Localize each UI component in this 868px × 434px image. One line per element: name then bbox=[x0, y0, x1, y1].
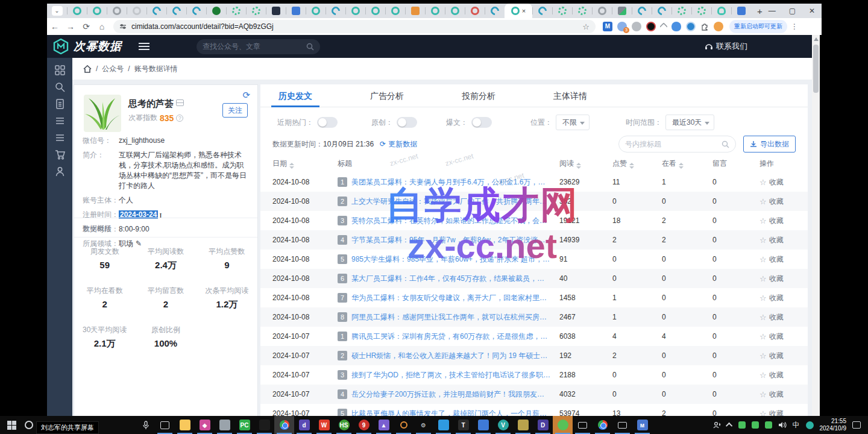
browser-tab[interactable] bbox=[552, 4, 572, 17]
tab-投前分析[interactable]: 投前分析 bbox=[462, 84, 495, 107]
taskbar-app-monitor-share-2[interactable] bbox=[612, 416, 632, 434]
taskbar-clock[interactable]: 21:55 2024/10/9 bbox=[820, 418, 847, 432]
browser-tab[interactable] bbox=[206, 4, 226, 17]
favorite-button[interactable]: ☆收藏 bbox=[760, 216, 808, 226]
browser-tab[interactable] bbox=[166, 4, 186, 17]
browser-tab[interactable] bbox=[532, 4, 552, 17]
tab-close-icon[interactable]: × bbox=[522, 8, 526, 14]
taskbar-app-diamond[interactable]: ◆ bbox=[195, 416, 215, 434]
taskbar-app-m-blue[interactable]: м bbox=[632, 416, 652, 434]
wechat-tray-icon[interactable] bbox=[752, 421, 759, 429]
favorite-button[interactable]: ☆收藏 bbox=[760, 293, 808, 303]
refresh-icon[interactable]: ⟳ bbox=[242, 90, 250, 101]
sidebar-item-dashboard[interactable] bbox=[55, 65, 65, 75]
profile-avatar[interactable] bbox=[714, 22, 723, 31]
ime-indicator[interactable]: 中 bbox=[793, 420, 800, 430]
article-title-link[interactable]: 华为员工爆料：女朋友听父母建议，离开大厂，回老家村里当老师，月薪1500... bbox=[351, 293, 551, 303]
tab-历史发文[interactable]: 历史发文 bbox=[278, 84, 312, 107]
taskbar-app-rocket[interactable]: ▲ bbox=[374, 416, 394, 434]
sidebar-item-document[interactable] bbox=[55, 99, 65, 109]
article-title-link[interactable]: 比裁员更侮辱人的事情发生了，裁掉部门两个人，一个月薪两万，一个月薪三... bbox=[351, 409, 551, 417]
column-header[interactable]: 阅读 bbox=[559, 159, 612, 169]
extension-icon[interactable] bbox=[646, 22, 656, 31]
follow-button[interactable]: 关注 bbox=[222, 103, 248, 118]
taskbar-app-typora[interactable]: T bbox=[453, 416, 473, 434]
article-title-link[interactable]: 岳父分给妻子200万拆迁款，并注明是婚前财产！我跟朋友抱怨了几句，结果... bbox=[351, 389, 551, 400]
speaker-icon[interactable] bbox=[778, 421, 787, 429]
taskbar-app-chrome-active[interactable] bbox=[274, 416, 294, 434]
taskbar-app-pages[interactable] bbox=[215, 416, 234, 434]
favorite-button[interactable]: ☆收藏 bbox=[760, 389, 808, 400]
sidebar-item-list-alt[interactable] bbox=[55, 133, 65, 143]
time-range-select[interactable]: 最近30天 bbox=[665, 115, 714, 130]
article-title-link[interactable]: 接到了华为OD，拒绝了两次，技术主管给打电话说了很多职业发展的事情，... bbox=[351, 370, 551, 380]
browser-tab[interactable] bbox=[671, 4, 691, 17]
browser-tab[interactable] bbox=[226, 4, 246, 17]
sidebar-item-search[interactable] bbox=[55, 82, 65, 92]
browser-tab[interactable] bbox=[67, 4, 87, 17]
browser-tab[interactable] bbox=[711, 4, 731, 17]
bookmark-star-icon[interactable]: ☆ bbox=[582, 22, 590, 31]
brand[interactable]: 次幂数据 bbox=[47, 39, 122, 54]
browser-tab[interactable] bbox=[365, 4, 385, 17]
taskbar-app-monitor-share[interactable] bbox=[573, 416, 593, 434]
browser-tab[interactable] bbox=[572, 4, 592, 17]
browser-tab[interactable] bbox=[87, 4, 107, 17]
taskbar-app-d-purple[interactable]: d bbox=[294, 416, 314, 434]
header-search-input[interactable]: 查找公众号、文章 bbox=[197, 39, 320, 54]
favorite-button[interactable]: ☆收藏 bbox=[760, 274, 808, 284]
wechat-tray-icon[interactable] bbox=[765, 421, 772, 429]
taskbar-app-ps-red[interactable]: 9 bbox=[354, 416, 374, 434]
taskbar-app-pc-check[interactable]: PC bbox=[234, 416, 254, 434]
browser-tab[interactable] bbox=[731, 4, 751, 17]
contact-us-button[interactable]: 联系我们 bbox=[705, 41, 747, 52]
hidden-icons-chevron[interactable] bbox=[725, 423, 732, 429]
taskbar-app-search-orange[interactable] bbox=[394, 416, 414, 434]
browser-tab[interactable] bbox=[445, 4, 465, 17]
article-title-link[interactable]: 美团某员工爆料：夫妻俩人每月到手6.4万，公积金1.6万，背着房贷，工作累... bbox=[351, 177, 551, 187]
taskbar-search-icon[interactable] bbox=[25, 421, 33, 429]
article-title-link[interactable]: 英特尔员工爆料：在英特尔，如果谁的工作总是完不成，会评估是你工作量太... bbox=[351, 216, 551, 226]
article-title-link[interactable]: 某大厂员工爆料：工作4年，仅有45万存款，结果被裁员，几个月都找不到工... bbox=[351, 274, 551, 284]
browser-tab[interactable] bbox=[107, 4, 127, 17]
browser-tab[interactable] bbox=[652, 4, 671, 17]
article-title-link[interactable]: 腾讯员工哭诉：深圳有房无贷，有60万存款，还是很焦虑，能找到30w的安稳... bbox=[351, 332, 551, 342]
close-button[interactable]: ✕ bbox=[809, 7, 815, 15]
reload-icon[interactable]: ⟳ bbox=[78, 22, 94, 31]
action-center-icon[interactable] bbox=[852, 421, 861, 429]
taskbar-app-task-view[interactable] bbox=[155, 416, 175, 434]
active-tab[interactable]: × bbox=[505, 4, 532, 18]
extension-m-icon[interactable]: M bbox=[603, 22, 612, 31]
browser-tab[interactable] bbox=[632, 4, 652, 17]
sort-icon[interactable] bbox=[679, 163, 684, 169]
sidebar-item-user[interactable] bbox=[55, 166, 65, 177]
start-button[interactable] bbox=[7, 421, 16, 430]
taskbar-app-folder[interactable] bbox=[175, 416, 195, 434]
microphone-icon[interactable] bbox=[143, 421, 149, 430]
title-search-input[interactable]: 号内搜标题 bbox=[618, 136, 736, 153]
url-text[interactable]: cimidata.com/account/detail?bid=AQb9zGGj bbox=[131, 22, 577, 31]
sort-icon[interactable] bbox=[629, 163, 634, 169]
browser-menu-icon[interactable]: ⋮ bbox=[787, 22, 802, 31]
favorite-button[interactable]: ☆收藏 bbox=[760, 370, 808, 380]
tab-主体详情[interactable]: 主体详情 bbox=[553, 84, 587, 107]
article-title-link[interactable]: 上交大学研究生自述：我毕业后大厂的工作，共折腾了两年，如... bbox=[351, 197, 551, 207]
extension-icon[interactable] bbox=[632, 22, 641, 31]
export-data-button[interactable]: 导出数据 bbox=[743, 136, 796, 153]
browser-tab[interactable] bbox=[425, 4, 445, 17]
back-icon[interactable]: ← bbox=[47, 22, 63, 31]
taskbar-app-chrome[interactable] bbox=[593, 416, 612, 434]
toggle-recent-hot[interactable] bbox=[317, 117, 338, 128]
favorite-button[interactable]: ☆收藏 bbox=[760, 332, 808, 342]
browser-tab[interactable] bbox=[186, 4, 206, 17]
article-title-link[interactable]: 阿里员工爆料：感谢阿里让我工作两年，就可以在杭州买房！不然的话，靠家... bbox=[351, 312, 551, 322]
scrollbar-thumb[interactable] bbox=[813, 45, 819, 93]
toggle-original[interactable] bbox=[397, 117, 417, 128]
update-notice[interactable]: 重新启动即可更新 bbox=[729, 20, 787, 33]
browser-tab[interactable] bbox=[465, 4, 485, 17]
wechat-tray-icon[interactable] bbox=[738, 421, 746, 429]
tray-app-icon[interactable] bbox=[806, 421, 814, 429]
browser-tab[interactable] bbox=[592, 4, 612, 17]
toggle-viral[interactable] bbox=[471, 117, 492, 128]
favorite-button[interactable]: ☆收藏 bbox=[760, 351, 808, 361]
